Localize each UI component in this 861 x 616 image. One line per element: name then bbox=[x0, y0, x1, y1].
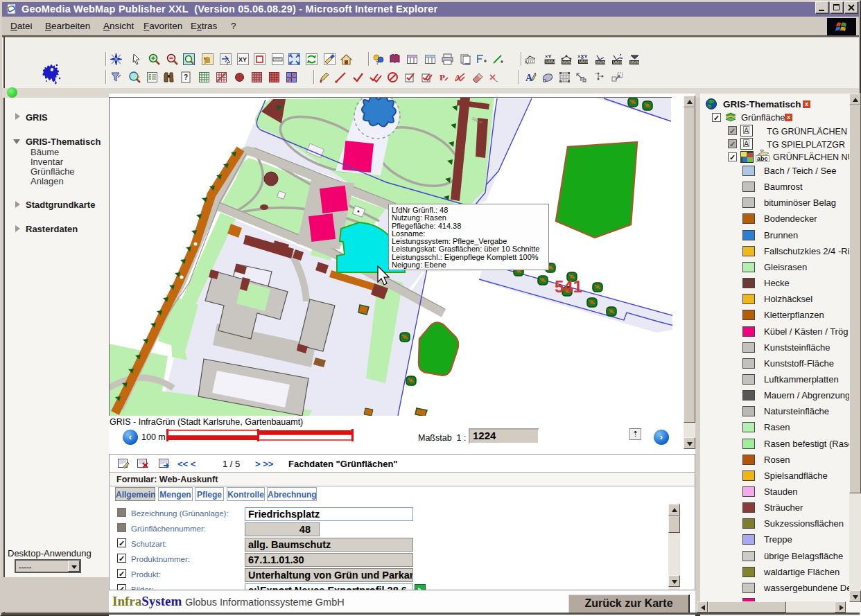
svg-text:A: A bbox=[525, 73, 533, 83]
svg-text:MMM: MMM bbox=[546, 60, 555, 64]
svg-text:MMM: MMM bbox=[579, 60, 589, 64]
svg-text:P: P bbox=[440, 72, 445, 82]
svg-text:?: ? bbox=[376, 60, 379, 66]
svg-text:×X̪Y: ×X̪Y bbox=[577, 53, 587, 60]
svg-text:MMM: MMM bbox=[596, 60, 606, 64]
svg-text:?: ? bbox=[184, 73, 188, 81]
svg-text:MMM: MMM bbox=[562, 60, 572, 64]
svg-text:×Y: ×Y bbox=[545, 53, 551, 60]
svg-text:541: 541 bbox=[555, 277, 582, 296]
svg-text:XY: XY bbox=[238, 56, 247, 63]
svg-text:MMM: MMM bbox=[630, 60, 640, 64]
svg-text:MMM: MMM bbox=[613, 60, 623, 64]
